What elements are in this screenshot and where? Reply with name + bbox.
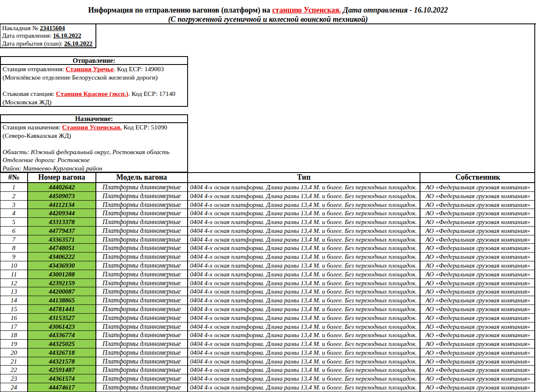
departure-block: Отправление: Станция отправления: Станци…: [0, 56, 188, 107]
cell-owner: АО «Федеральная грузовая компания»: [420, 322, 535, 331]
cell-wagon-type: 0404 4-х осная платформа. Длина рамы 13,…: [188, 374, 421, 383]
table-row: 943406222Платформы длинномерные0404 4-х …: [0, 253, 535, 261]
departure-date-value: 16.10.2022: [53, 32, 82, 39]
title-prefix: Информация по отправлению вагонов (платф…: [88, 6, 272, 14]
cell-owner: АО «Федеральная грузовая компания»: [420, 287, 535, 296]
table-header-row: #№ Номер вагона Модель вагона Тип Собств…: [0, 173, 535, 183]
header-wagon-type: Тип: [188, 173, 421, 183]
junction-station-link[interactable]: Станция Красное (эксп.): [56, 90, 129, 97]
cell-wagon-type: 0404 4-х осная платформа. Длина рамы 13,…: [188, 287, 421, 296]
table-row: 644779437Платформы длинномерные0404 4-х …: [0, 227, 535, 235]
cell-owner: АО «Федеральная грузовая компания»: [420, 305, 535, 314]
departure-road-line: (Московская ЖД): [3, 98, 187, 106]
table-row: 2044326718Платформы длинномерные0404 4-х…: [0, 348, 535, 357]
table-row: 1444138865Платформы длинномерные0404 4-х…: [0, 296, 535, 305]
departure-empty-line: [3, 81, 187, 90]
cell-owner: АО «Федеральная грузовая компания»: [420, 270, 535, 279]
cell-wagon-number: 44474617: [28, 383, 96, 392]
cell-row-number: 17: [0, 322, 28, 331]
cell-wagon-number: 44748051: [28, 244, 96, 253]
cell-owner: АО «Федеральная грузовая компания»: [420, 348, 535, 357]
table-row: 1944325025Платформы длинномерные0404 4-х…: [0, 340, 535, 348]
document-subtitle: (С погруженной гусеничной и колесной вои…: [0, 15, 536, 24]
cell-wagon-number: 42591487: [28, 366, 96, 374]
cell-owner: АО «Федеральная грузовая компания»: [420, 261, 535, 270]
cell-owner: АО «Федеральная грузовая компания»: [420, 183, 535, 192]
destination-district-line: Район: Матвеево-Курганский район: [3, 164, 187, 173]
cell-row-number: 3: [0, 201, 28, 209]
cell-wagon-model: Платформы длинномерные: [96, 340, 188, 348]
table-row: 1544781441Платформы длинномерные0404 4-х…: [0, 305, 535, 314]
cell-owner: АО «Федеральная грузовая компания»: [420, 279, 535, 288]
cell-owner: АО «Федеральная грузовая компания»: [420, 244, 535, 253]
arrival-date-value: 26.10.2022: [64, 40, 93, 47]
cell-row-number: 18: [0, 331, 28, 340]
cell-row-number: 8: [0, 244, 28, 253]
table-row: 543313378Платформы длинномерные0404 4-х …: [0, 218, 535, 227]
cell-wagon-type: 0404 4-х осная платформа. Длина рамы 13,…: [188, 305, 421, 314]
arrival-date-label: Дата прибытия (план):: [2, 40, 64, 47]
cell-wagon-model: Платформы длинномерные: [96, 314, 188, 322]
cell-wagon-number: 43363571: [28, 235, 96, 244]
destination-station-link[interactable]: Станция Успенская.: [62, 124, 122, 131]
cell-wagon-type: 0404 4-х осная платформа. Длина рамы 13,…: [188, 366, 421, 374]
table-row: 444209344Платформы длинномерные0404 4-х …: [0, 209, 535, 218]
destination-region-line: Область: Южный федеральный округ, Ростов…: [3, 148, 187, 156]
cell-wagon-number: 44361574: [28, 374, 96, 383]
cell-wagon-model: Платформы длинномерные: [96, 287, 188, 296]
cell-owner: АО «Федеральная грузовая компания»: [420, 331, 535, 340]
cell-owner: АО «Федеральная грузовая компания»: [420, 314, 535, 322]
cell-wagon-number: 44200087: [28, 287, 96, 296]
cell-owner: АО «Федеральная грузовая компания»: [420, 201, 535, 209]
cell-row-number: 13: [0, 287, 28, 296]
waybill-number-label: Накладная №: [2, 25, 40, 31]
cell-wagon-type: 0404 4-х осная платформа. Длина рамы 13,…: [188, 244, 421, 253]
waybill-block: Накладная № 23415604 Дата отправления: 1…: [0, 24, 96, 48]
destination-station-code: Код ЕСР: 51090: [122, 124, 167, 131]
cell-wagon-model: Платформы длинномерные: [96, 244, 188, 253]
cell-wagon-number: 44209344: [28, 209, 96, 218]
cell-wagon-number: 44336774: [28, 331, 96, 340]
cell-wagon-number: 43406222: [28, 253, 96, 261]
cell-row-number: 10: [0, 261, 28, 270]
header-row-number: #№: [0, 173, 28, 183]
cell-row-number: 7: [0, 235, 28, 244]
cell-row-number: 5: [0, 218, 28, 227]
departure-station-link[interactable]: Станция Уречье: [66, 65, 114, 72]
cell-wagon-type: 0404 4-х осная платформа. Длина рамы 13,…: [188, 348, 421, 357]
departure-division-line: (Могилёвское отделение Белорусской желез…: [3, 73, 187, 82]
cell-owner: АО «Федеральная грузовая компания»: [420, 383, 535, 392]
cell-wagon-model: Платформы длинномерные: [96, 296, 188, 305]
cell-wagon-number: 43001288: [28, 270, 96, 279]
cell-row-number: 15: [0, 305, 28, 314]
cell-wagon-model: Платформы длинномерные: [96, 279, 188, 288]
table-row: 144402642Платформы длинномерные0404 4-х …: [0, 183, 535, 192]
cell-wagon-type: 0404 4-х осная платформа. Длина рамы 13,…: [188, 218, 421, 227]
header-owner: Собственник: [420, 173, 535, 183]
junction-station-line: Стыковая станция: Станция Красное (эксп.…: [3, 90, 187, 98]
cell-row-number: 21: [0, 357, 28, 366]
cell-row-number: 22: [0, 366, 28, 374]
document-page: { "title": { "line1_prefix": "Информация…: [0, 0, 536, 392]
cell-wagon-number: 44402642: [28, 183, 96, 192]
cell-owner: АО «Федеральная грузовая компания»: [420, 253, 535, 261]
title-station-link[interactable]: станцию Успенская.: [272, 6, 341, 14]
cell-wagon-model: Платформы длинномерные: [96, 366, 188, 374]
cell-row-number: 2: [0, 192, 28, 201]
table-row: 844748051Платформы длинномерные0404 4-х …: [0, 244, 535, 253]
cell-wagon-model: Платформы длинномерные: [96, 322, 188, 331]
cell-wagon-type: 0404 4-х осная платформа. Длина рамы 13,…: [188, 227, 421, 235]
cell-wagon-model: Платформы длинномерные: [96, 235, 188, 244]
cell-row-number: 12: [0, 279, 28, 288]
cell-row-number: 14: [0, 296, 28, 305]
cell-row-number: 4: [0, 209, 28, 218]
cell-wagon-type: 0404 4-х осная платформа. Длина рамы 13,…: [188, 340, 421, 348]
departure-station-label: Станция отправления:: [3, 65, 66, 72]
destination-station-line: Станция назначения: Станция Успенская. К…: [3, 123, 187, 132]
cell-wagon-type: 0404 4-х осная платформа. Длина рамы 13,…: [188, 383, 421, 392]
cell-wagon-model: Платформы длинномерные: [96, 261, 188, 270]
cell-row-number: 23: [0, 374, 28, 383]
cell-wagon-type: 0404 4-х осная платформа. Длина рамы 13,…: [188, 183, 421, 192]
destination-road-line: (Северо-Кавказская ЖД): [3, 132, 187, 140]
cell-wagon-number: 44321578: [28, 357, 96, 366]
